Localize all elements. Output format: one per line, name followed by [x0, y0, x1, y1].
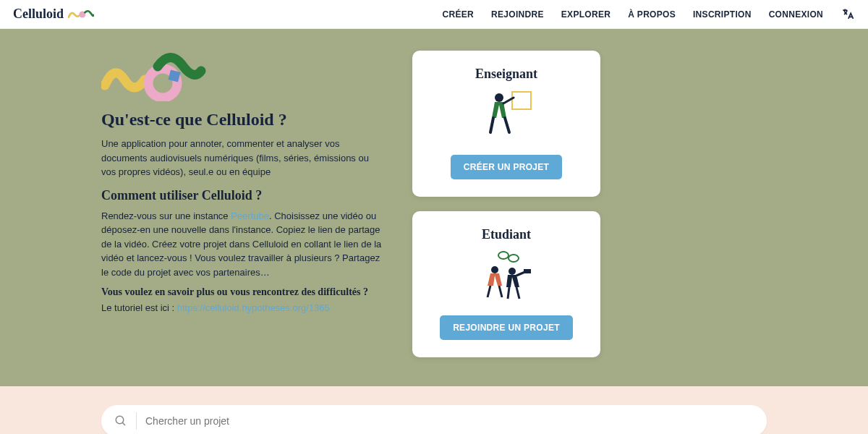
- search-bar[interactable]: [101, 405, 767, 434]
- nav-about[interactable]: À PROPOS: [628, 9, 676, 20]
- nav-create[interactable]: CRÉER: [443, 9, 475, 20]
- svg-point-10: [491, 266, 498, 273]
- svg-point-11: [509, 268, 516, 275]
- hero-cards: Enseignant CRÉER UN PROJET Etudiant: [412, 51, 600, 357]
- student-illustration-icon: [477, 248, 535, 302]
- hero-content: Qu'est-ce que Celluloid ? Une applicatio…: [101, 51, 383, 357]
- nav-login[interactable]: CONNEXION: [769, 9, 823, 20]
- logo-squiggle-icon: [68, 8, 94, 21]
- search-divider: [136, 412, 137, 430]
- logo-text: Celluloid: [13, 7, 64, 22]
- language-icon[interactable]: [841, 7, 855, 22]
- hero-desc-2: Rendez-vous sur une instance Peertube. C…: [101, 209, 383, 280]
- svg-point-18: [116, 416, 124, 424]
- svg-point-4: [495, 93, 503, 102]
- svg-line-19: [122, 422, 125, 425]
- nav-explore[interactable]: EXPLORER: [561, 9, 610, 20]
- hero-tutorial-line: Le tutoriel est ici : https://celluloid.…: [101, 301, 383, 315]
- teacher-card-title: Enseignant: [427, 67, 586, 82]
- student-card: Etudiant REJOINDRE UN PROJET: [412, 211, 600, 357]
- svg-line-17: [516, 287, 519, 299]
- svg-rect-3: [512, 92, 531, 109]
- svg-rect-13: [524, 269, 531, 273]
- explore-section: Explorer: [0, 386, 868, 434]
- svg-line-16: [508, 287, 509, 299]
- hero-desc-1: Une application pour annoter, commenter …: [101, 137, 383, 179]
- hero-heading-what: Qu'est-ce que Celluloid ?: [101, 110, 383, 129]
- main-nav: CRÉER REJOINDRE EXPLORER À PROPOS INSCRI…: [443, 7, 855, 22]
- hero-heading-how: Comment utiliser Celluloid ?: [101, 188, 383, 203]
- tutorial-link[interactable]: https://celluloid.hypotheses.org/1365: [177, 302, 330, 313]
- nav-join[interactable]: REJOINDRE: [491, 9, 544, 20]
- teacher-illustration-icon: [477, 88, 535, 142]
- top-header: Celluloid CRÉER REJOINDRE EXPLORER À PRO…: [0, 0, 868, 29]
- student-card-title: Etudiant: [427, 227, 586, 242]
- svg-line-15: [499, 286, 502, 297]
- search-icon: [114, 414, 127, 427]
- create-project-button[interactable]: CRÉER UN PROJET: [451, 155, 563, 179]
- nav-signup[interactable]: INSCRIPTION: [693, 9, 752, 20]
- svg-line-6: [490, 118, 493, 132]
- search-input[interactable]: [145, 415, 754, 427]
- hero-squiggle-icon: [101, 51, 206, 101]
- peertube-link[interactable]: Peertube: [231, 210, 269, 221]
- hero-section: Qu'est-ce que Celluloid ? Une applicatio…: [0, 29, 868, 386]
- logo[interactable]: Celluloid: [13, 7, 94, 22]
- svg-line-14: [488, 286, 490, 297]
- teacher-card: Enseignant CRÉER UN PROJET: [412, 51, 600, 197]
- svg-line-7: [505, 118, 509, 132]
- svg-point-8: [498, 252, 509, 259]
- hero-heading-more: Vous voulez en savoir plus ou vous renco…: [101, 286, 383, 298]
- join-project-button[interactable]: REJOINDRE UN PROJET: [440, 315, 573, 340]
- svg-point-9: [509, 255, 519, 262]
